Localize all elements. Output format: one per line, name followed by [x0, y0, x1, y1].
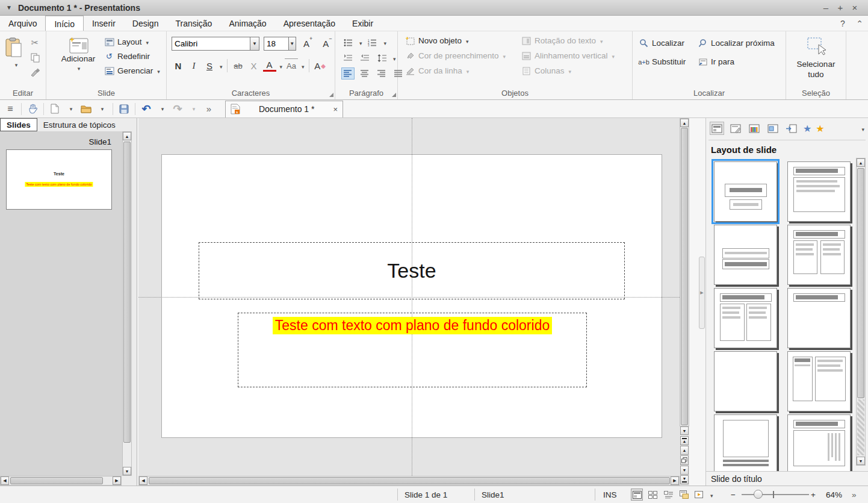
highlight-color-button[interactable]: A ◆	[314, 58, 327, 73]
shadow-button[interactable]: X	[247, 58, 261, 73]
columns-button[interactable]: Colunas	[521, 66, 615, 75]
decrease-font-size-button[interactable]: A−	[320, 39, 335, 49]
highlighted-body-text[interactable]: Teste com texto com plano de fundo color…	[273, 317, 552, 334]
find-button[interactable]: Localizar	[639, 39, 686, 48]
slide-title-text[interactable]: Teste	[387, 259, 436, 283]
find-next-button[interactable]: Localizar próxima	[698, 39, 775, 48]
paragrafo-dialog-launcher-icon[interactable]	[392, 93, 396, 97]
slide-panel-hscrollbar[interactable]	[0, 476, 122, 486]
line-spacing-button[interactable]	[375, 52, 388, 64]
tab-design[interactable]: Design	[124, 16, 167, 31]
increase-indent-button[interactable]	[341, 52, 355, 64]
font-name-input[interactable]	[172, 37, 250, 50]
redo-dropdown-arrow[interactable]	[187, 102, 200, 116]
add-slide-dropdown-arrow[interactable]	[76, 63, 81, 72]
open-dropdown-arrow[interactable]	[95, 102, 108, 116]
canvas-vscrollbar[interactable]: ▲ ▲ ▼ ▼	[680, 118, 689, 486]
change-case-button[interactable]: Aa	[285, 58, 298, 73]
title-two-content-layout-icon[interactable]	[787, 225, 851, 285]
document-tab-close-icon[interactable]: ×	[333, 105, 338, 114]
reset-layout-button[interactable]: ↺ Redefinir	[104, 52, 160, 61]
tab-inserir[interactable]: Inserir	[84, 16, 124, 31]
add-slide-button[interactable]: + Adicionar	[57, 36, 99, 72]
animation-deck-icon[interactable]: ★	[803, 123, 811, 134]
pan-hand-icon[interactable]	[26, 102, 39, 116]
underline-dropdown-arrow[interactable]	[219, 61, 223, 70]
font-size-dropdown-arrow[interactable]: ▼	[288, 37, 296, 50]
align-center-button[interactable]	[358, 67, 371, 80]
first-slide-button[interactable]: ▲	[680, 436, 689, 445]
align-right-button[interactable]	[375, 67, 388, 80]
outline-view-icon[interactable]	[662, 489, 674, 501]
zoom-percent[interactable]: 64%	[826, 486, 842, 503]
new-object-button[interactable]: + Novo objeto	[405, 36, 506, 45]
navigator-button[interactable]	[680, 455, 689, 465]
font-size-combo[interactable]: ▼	[264, 37, 296, 51]
master-slides-deck-icon[interactable]	[728, 122, 743, 135]
shapes-deck-icon[interactable]	[766, 122, 780, 135]
zoom-slider-handle[interactable]	[754, 490, 763, 499]
strikethrough-button[interactable]: ab	[232, 58, 245, 73]
start-slideshow-icon[interactable]	[693, 489, 705, 501]
vertical-alignment-button[interactable]: Alinhamento vertical	[521, 51, 615, 60]
last-slide-button[interactable]: ▼	[680, 475, 689, 484]
undo-icon[interactable]: ↶	[140, 102, 153, 116]
tab-animacao[interactable]: Animação	[220, 16, 274, 31]
copy-icon[interactable]	[29, 52, 41, 63]
zoom-in-button[interactable]: +	[811, 486, 816, 503]
numbered-list-dropdown-arrow[interactable]	[383, 37, 387, 47]
tab-inicio[interactable]: Início	[45, 16, 83, 31]
bullet-list-dropdown-arrow[interactable]	[358, 37, 362, 47]
properties-deck-icon[interactable]	[710, 122, 724, 135]
bold-button[interactable]: N	[172, 58, 185, 73]
tab-transicao[interactable]: Transição	[167, 16, 220, 31]
goto-slide-button[interactable]: Ir para	[698, 57, 775, 66]
redo-icon[interactable]: ↷	[171, 102, 184, 116]
slide-thumbnail[interactable]: Teste Teste com texto com plano de fundo…	[6, 149, 112, 210]
sidebar-vscrollbar[interactable]	[856, 158, 866, 466]
menubar-toggle-icon[interactable]: ≡	[4, 102, 17, 116]
statusbar-overflow-button[interactable]: »	[852, 486, 857, 503]
window-menu-icon[interactable]: ▼	[6, 4, 12, 11]
caracteres-dialog-launcher-icon[interactable]	[329, 93, 333, 97]
tab-outline[interactable]: Estrutura de tópicos	[37, 118, 122, 131]
left-column-content-layout-icon[interactable]	[787, 351, 851, 411]
normal-view-icon[interactable]	[631, 489, 643, 501]
vertical-text-layout-icon[interactable]	[787, 414, 851, 472]
body-placeholder[interactable]: Teste com texto com plano de fundo color…	[238, 313, 587, 387]
previous-slide-button[interactable]: ▲	[680, 446, 689, 455]
new-document-icon[interactable]	[48, 102, 61, 116]
maximize-button[interactable]: +	[833, 2, 848, 13]
custom-animation-deck-icon[interactable]: ★	[816, 123, 824, 134]
tab-apresentacao[interactable]: Apresentação	[275, 16, 344, 31]
gallery-deck-icon[interactable]	[747, 122, 761, 135]
tab-slides[interactable]: Slides	[0, 118, 37, 131]
close-button[interactable]: ×	[848, 2, 862, 13]
manage-slides-button[interactable]: Gerenciar	[104, 66, 160, 75]
italic-button[interactable]: I	[187, 58, 200, 73]
title-content-layout-icon[interactable]	[787, 161, 851, 222]
paste-button[interactable]	[5, 37, 26, 69]
align-left-button[interactable]	[341, 67, 355, 80]
fill-color-button[interactable]: Cor de preenchimento	[405, 51, 506, 60]
sidebar-settings-dropdown-arrow[interactable]	[860, 123, 864, 133]
notes-view-icon[interactable]	[678, 489, 690, 501]
decrease-indent-button[interactable]	[358, 52, 371, 64]
select-all-button[interactable]: Selecionar tudo	[786, 36, 846, 80]
title-only-layout-icon[interactable]	[787, 288, 851, 348]
zoom-out-button[interactable]: −	[731, 486, 736, 503]
underline-button[interactable]: S	[203, 58, 216, 73]
new-document-dropdown-arrow[interactable]	[64, 102, 77, 116]
title-placeholder[interactable]: Teste	[199, 242, 625, 299]
collapse-ribbon-icon[interactable]: ⌃	[851, 16, 868, 31]
change-case-dropdown-arrow[interactable]	[300, 61, 305, 70]
cut-icon[interactable]: ✂	[29, 37, 41, 48]
bullet-list-button[interactable]	[341, 36, 355, 48]
next-slide-button[interactable]: ▼	[680, 466, 689, 475]
undo-dropdown-arrow[interactable]	[155, 102, 169, 116]
numbered-list-button[interactable]: 123	[366, 36, 379, 48]
font-name-combo[interactable]: ▼	[172, 37, 259, 51]
slide-transition-deck-icon[interactable]	[784, 122, 799, 135]
bottom-title-layout-icon[interactable]	[714, 414, 777, 472]
minimize-button[interactable]: –	[819, 2, 833, 13]
